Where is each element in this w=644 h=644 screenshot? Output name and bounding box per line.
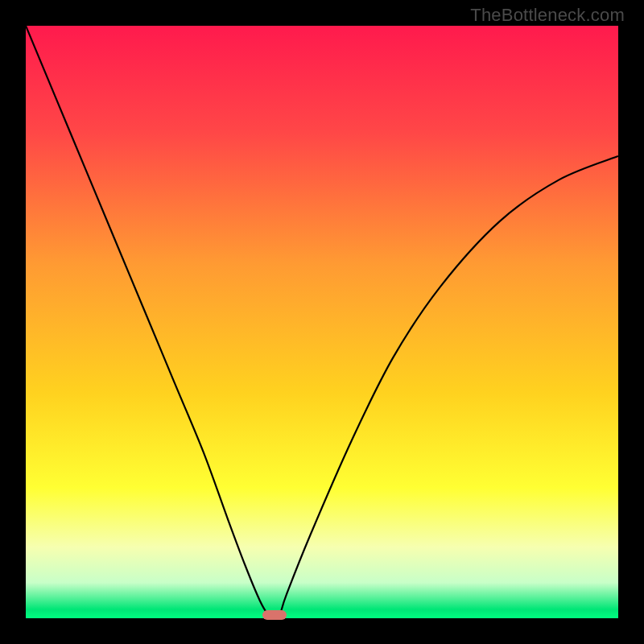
bottleneck-curve: [26, 26, 618, 618]
watermark-text: TheBottleneck.com: [470, 5, 625, 26]
curve-layer: [26, 26, 618, 618]
plot-area: [26, 26, 618, 618]
valley-marker: [262, 610, 286, 620]
chart-frame: TheBottleneck.com: [0, 0, 644, 644]
